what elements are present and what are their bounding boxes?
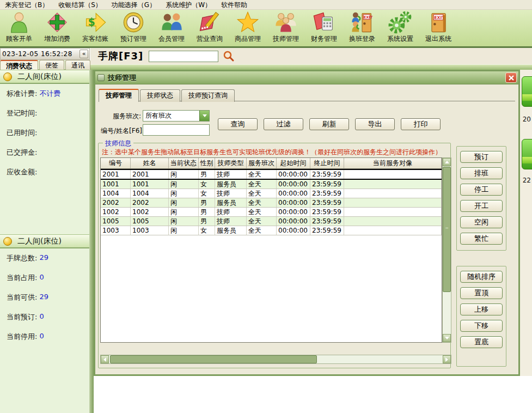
- action-button-查询[interactable]: 查询: [218, 118, 258, 130]
- dialog-tab-技师预订查询[interactable]: 技师预订查询: [181, 89, 235, 102]
- table-cell: 全天: [247, 189, 277, 198]
- side-button-繁忙[interactable]: 繁忙: [460, 233, 503, 245]
- side-button-停工[interactable]: 停工: [460, 184, 503, 196]
- table-cell: [344, 226, 442, 235]
- column-header-技师类型[interactable]: 技师类型: [215, 158, 247, 168]
- section-header[interactable]: 二人间(床位): [0, 234, 89, 248]
- table-cell: 全天: [247, 198, 277, 207]
- side-button-置底[interactable]: 置底: [460, 336, 503, 348]
- column-header-性别[interactable]: 性别: [199, 158, 215, 168]
- field-label: 当前占用:: [7, 273, 37, 283]
- table-row[interactable]: 20012001闲男技师全天00:00:0023:59:59: [101, 169, 442, 180]
- toolbar-button-label: 商品管理: [235, 34, 261, 44]
- action-button-导出[interactable]: 导出: [355, 118, 395, 130]
- column-header-终止时间[interactable]: 终止时间: [310, 158, 344, 168]
- technician-table: 编号姓名当前状态性别技师类型服务班次起始时间终止时间当前服务对像 2001200…: [100, 157, 442, 343]
- table-row[interactable]: 10031003闲女服务员全天00:00:0023:59:59: [101, 226, 442, 235]
- sidebar-divider: [90, 70, 94, 413]
- scroll-down-icon[interactable]: [443, 334, 451, 342]
- info-field: 已用时间:: [0, 123, 89, 143]
- column-header-当前服务对像[interactable]: 当前服务对像: [344, 158, 442, 168]
- close-icon[interactable]: [505, 72, 517, 83]
- business-query-icon: [198, 10, 222, 34]
- table-cell: 1005: [101, 217, 131, 226]
- sidebar-tab-消费状态[interactable]: 消费状态: [0, 60, 38, 70]
- side-button-置顶[interactable]: 置顶: [460, 287, 503, 299]
- table-cell: 闲: [169, 180, 199, 189]
- side-button-下移[interactable]: 下移: [460, 320, 503, 332]
- side-button-随机排序[interactable]: 随机排序: [460, 271, 503, 283]
- toolbar-button-技师管理[interactable]: 技师管理: [267, 10, 305, 46]
- search-icon[interactable]: [223, 50, 235, 62]
- dialog-titlebar[interactable]: 技师管理: [95, 71, 518, 84]
- toolbar-button-营业查询[interactable]: 营业查询: [191, 10, 229, 46]
- toolbar-button-顾客开单[interactable]: 顾客开单: [0, 10, 38, 46]
- side-button-排班[interactable]: 排班: [460, 167, 503, 179]
- toolbar-button-换班登录[interactable]: EXIT换班登录: [343, 10, 381, 46]
- table-cell: 技师: [215, 170, 247, 179]
- table-row[interactable]: 10011001闲女服务员全天00:00:0023:59:59: [101, 180, 442, 189]
- column-header-起始时间[interactable]: 起始时间: [277, 158, 310, 168]
- table-cell: 技师: [215, 189, 247, 198]
- shift-select[interactable]: 所有班次: [143, 110, 210, 122]
- action-button-过滤[interactable]: 过滤: [264, 118, 303, 130]
- toolbar-button-系统设置[interactable]: 系统设置: [381, 10, 419, 46]
- action-button-刷新[interactable]: 刷新: [309, 118, 349, 130]
- menu-item[interactable]: 软件帮助: [216, 0, 252, 10]
- name-filter-input[interactable]: [143, 124, 210, 136]
- table-row[interactable]: 20022002闲男服务员全天00:00:0023:59:59: [101, 198, 442, 208]
- handtag-input[interactable]: [149, 51, 218, 62]
- menu-item[interactable]: 收银结算（S）: [53, 0, 107, 10]
- side-button-空闲[interactable]: 空闲: [460, 216, 503, 228]
- shift-filter-label: 服务班次:: [113, 112, 141, 121]
- technician-table-body: 20012001闲男技师全天00:00:0023:59:5910011001闲女…: [101, 169, 442, 235]
- table-cell: 技师: [215, 208, 247, 216]
- side-button-预订[interactable]: 预订: [460, 151, 503, 163]
- room-tile[interactable]: [522, 139, 532, 169]
- toolbar-button-财务管理[interactable]: 财务管理: [305, 10, 343, 46]
- dialog-tab-技师状态[interactable]: 技师状态: [140, 89, 180, 102]
- sidebar-tab-通讯[interactable]: 通讯: [65, 60, 90, 70]
- vertical-scroll-thumb[interactable]: ≡: [443, 167, 451, 292]
- action-button-打印[interactable]: 打印: [401, 118, 441, 130]
- dialog-body: 技师管理技师状态技师预订查询 服务班次: 所有班次 编号/姓名[F6]: 查询过…: [95, 84, 518, 374]
- toolbar-button-会员管理[interactable]: 会员管理: [152, 10, 191, 46]
- dialog-tab-技师管理[interactable]: 技师管理: [99, 89, 139, 102]
- table-row[interactable]: 10041004闲女技师全天00:00:0023:59:59: [101, 189, 442, 198]
- vertical-scrollbar[interactable]: ≡: [442, 157, 451, 343]
- side-button-上移[interactable]: 上移: [460, 303, 503, 315]
- menu-item[interactable]: 功能选择（G）: [107, 0, 161, 10]
- scroll-left-icon[interactable]: [101, 355, 109, 363]
- field-label: 已交押金:: [7, 148, 37, 157]
- collapse-sidebar-button[interactable]: «: [80, 50, 88, 58]
- toolbar-button-商品管理[interactable]: 商品管理: [229, 10, 267, 46]
- technician-table-header: 编号姓名当前状态性别技师类型服务班次起始时间终止时间当前服务对像: [101, 158, 442, 169]
- chevron-down-icon[interactable]: [199, 111, 209, 121]
- table-cell: 2002: [131, 198, 169, 207]
- section-header[interactable]: 二人间(床位): [0, 70, 89, 84]
- room-tiles-edge: 20 22: [520, 70, 532, 376]
- scroll-right-icon[interactable]: [443, 355, 451, 363]
- horizontal-scrollbar[interactable]: [100, 355, 451, 364]
- toolbar-button-预订管理[interactable]: 预订管理: [114, 10, 152, 46]
- toolbar-button-增加消费[interactable]: 增加消费: [38, 10, 76, 46]
- shift-select-value: 所有班次: [143, 111, 199, 120]
- scroll-up-icon[interactable]: [443, 158, 451, 166]
- menu-item[interactable]: 来宾登记（B）: [0, 0, 53, 10]
- table-cell: 1004: [101, 189, 131, 198]
- menu-item[interactable]: 系统维护（W）: [161, 0, 216, 10]
- column-header-姓名[interactable]: 姓名: [131, 158, 169, 168]
- toolbar-button-退出系统[interactable]: EXIT退出系统: [419, 10, 457, 46]
- table-row[interactable]: 10021002闲男技师全天00:00:0023:59:59: [101, 208, 442, 217]
- horizontal-scroll-thumb[interactable]: [110, 355, 317, 363]
- table-row[interactable]: 10051005闲男技师全天00:00:0023:59:59: [101, 217, 442, 226]
- column-header-服务班次[interactable]: 服务班次: [247, 158, 277, 168]
- sidebar-tab-便签[interactable]: 便签: [39, 60, 64, 70]
- side-button-开工[interactable]: 开工: [460, 200, 503, 212]
- toolbar-button-宾客结账[interactable]: $宾客结账: [76, 10, 114, 46]
- technician-icon: [274, 10, 298, 34]
- room-tile[interactable]: [522, 76, 532, 107]
- column-header-编号[interactable]: 编号: [101, 158, 131, 168]
- info-field: 登记时间:: [0, 104, 89, 123]
- column-header-当前状态[interactable]: 当前状态: [169, 158, 199, 168]
